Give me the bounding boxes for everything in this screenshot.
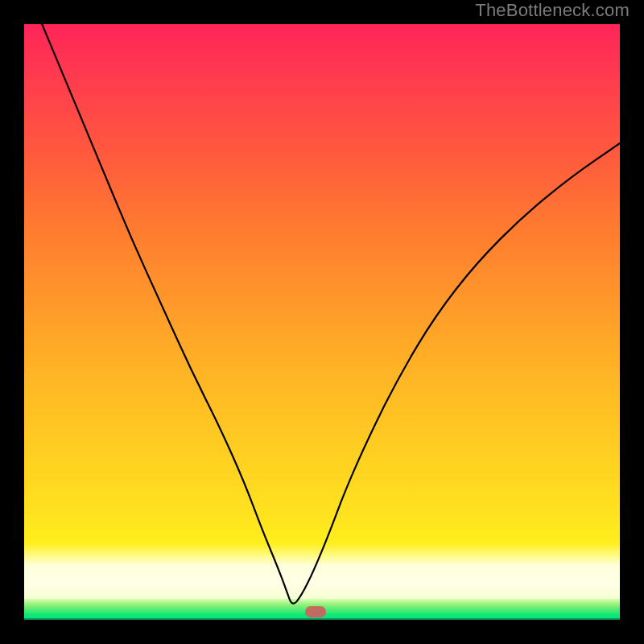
curve-svg [24,24,620,620]
watermark-text: TheBottleneck.com [475,0,630,21]
bottleneck-curve-path [42,24,620,604]
plot-area [24,24,620,620]
optimal-marker [305,606,326,617]
chart-frame: TheBottleneck.com [0,0,644,644]
